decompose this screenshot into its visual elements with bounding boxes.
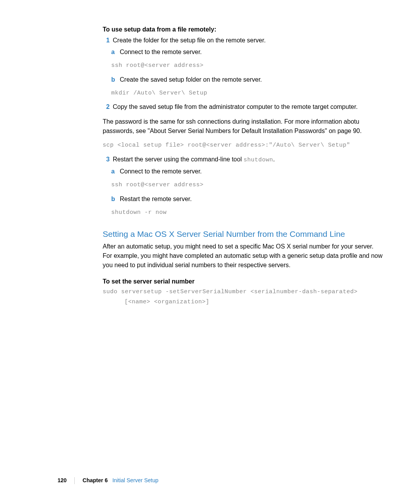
code-mkdir: mkdir /Auto\ Server\ Setup	[111, 89, 383, 98]
substep-3b-letter: b	[111, 194, 117, 204]
heading-remote-setup: To use setup data from a file remotely:	[103, 25, 383, 34]
page-number: 120	[58, 476, 66, 485]
step-3-text-after: .	[273, 156, 275, 163]
heading-serial-subheading: To set the server serial number	[103, 277, 383, 286]
step-2-paragraph: The password is the same for ssh connect…	[103, 117, 383, 136]
step-1-text: Create the folder for the setup file on …	[113, 36, 383, 45]
step-number-1: 1	[103, 36, 110, 45]
chapter-label: Chapter 6	[82, 476, 108, 485]
substep-1a-text: Connect to the remote server.	[120, 47, 383, 57]
footer-divider	[74, 477, 75, 484]
substep-3a-text: Connect to the remote server.	[120, 167, 383, 176]
code-shutdown: shutdown -r now	[111, 208, 383, 217]
step-number-2: 2	[103, 102, 110, 112]
substep-1b-letter: b	[111, 75, 117, 84]
code-scp: scp <local setup file> root@<server addr…	[103, 141, 383, 150]
step-3-text: Restart the server using the command-lin…	[113, 155, 383, 165]
code-ssh-2: ssh root@<server address>	[111, 181, 383, 190]
substep-1b-text: Create the saved setup folder on the rem…	[120, 75, 383, 84]
code-serversetup-line2: [<name> <organization>]	[124, 298, 383, 307]
step-3-text-before: Restart the server using the command-lin…	[113, 156, 243, 163]
serial-section-paragraph: After an automatic setup, you might need…	[103, 242, 383, 270]
step-number-3: 3	[103, 155, 110, 165]
substep-3a-letter: a	[111, 167, 117, 176]
code-serversetup-line1: sudo serversetup -setServerSerialNumber …	[103, 288, 383, 297]
code-inline-shutdown: shutdown	[243, 157, 273, 163]
substep-1a-letter: a	[111, 47, 117, 57]
page-footer: 120 Chapter 6 Initial Server Setup	[58, 476, 158, 485]
heading-serial-section: Setting a Mac OS X Server Serial Number …	[103, 228, 383, 240]
chapter-title: Initial Server Setup	[112, 476, 158, 485]
code-ssh-1: ssh root@<server address>	[111, 61, 383, 70]
step-2-text: Copy the saved setup file from the admin…	[113, 102, 383, 112]
substep-3b-text: Restart the remote server.	[120, 194, 383, 204]
